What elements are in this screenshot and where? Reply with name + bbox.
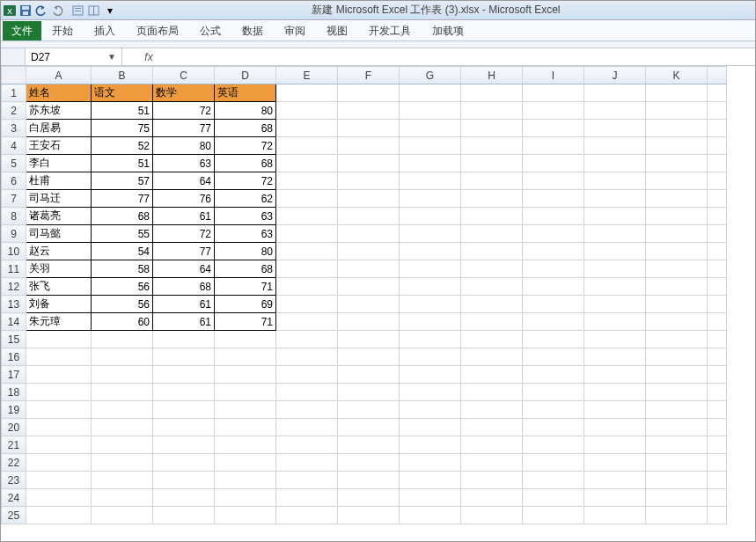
cell-K6[interactable] [646,172,708,190]
cell-G19[interactable] [400,401,461,419]
cell-C12[interactable]: 68 [153,278,215,296]
cell-C5[interactable]: 63 [153,155,215,172]
cell-B15[interactable] [92,331,153,348]
cell-E11[interactable] [276,260,338,278]
cell-F2[interactable] [338,102,400,120]
save-icon[interactable] [18,4,33,18]
cell-A1[interactable]: 姓名 [26,84,92,102]
cell-D24[interactable] [215,489,276,507]
cell-19[interactable] [708,401,727,419]
cell-I20[interactable] [523,419,584,436]
cell-E6[interactable] [276,172,338,190]
cell-13[interactable] [708,296,727,313]
cell-D4[interactable]: 72 [215,137,276,155]
cell-H21[interactable] [461,436,523,454]
cell-A16[interactable] [26,348,92,366]
cell-C21[interactable] [153,436,215,454]
col-header-A[interactable]: A [26,67,92,84]
cell-J11[interactable] [584,260,646,278]
cell-C1[interactable]: 数学 [153,84,215,102]
col-header-G[interactable]: G [400,67,461,84]
cell-I6[interactable] [523,172,584,190]
cell-A10[interactable]: 赵云 [26,243,92,260]
cell-11[interactable] [708,260,727,278]
cell-B11[interactable]: 58 [92,260,153,278]
cell-B25[interactable] [92,507,153,524]
cell-J18[interactable] [584,384,646,401]
cell-H16[interactable] [461,348,523,366]
cell-G18[interactable] [400,384,461,401]
cell-D1[interactable]: 英语 [215,84,276,102]
cell-F4[interactable] [338,137,400,155]
cell-D5[interactable]: 68 [215,155,276,172]
cell-B19[interactable] [92,401,153,419]
cell-B2[interactable]: 51 [92,102,153,120]
cell-K22[interactable] [646,454,708,472]
cell-J24[interactable] [584,489,646,507]
cell-D14[interactable]: 71 [215,313,276,331]
cell-K19[interactable] [646,401,708,419]
cell-K10[interactable] [646,243,708,260]
cell-A19[interactable] [26,401,92,419]
cell-G14[interactable] [400,313,461,331]
cell-K7[interactable] [646,190,708,208]
col-header-K[interactable]: K [646,67,708,84]
cell-J3[interactable] [584,120,646,137]
sheet-area[interactable]: ABCDEFGHIJK 1姓名语文数学英语2苏东坡5172803白居易75776… [1,66,755,541]
cell-H1[interactable] [461,84,523,102]
cell-22[interactable] [708,454,727,472]
qat-dropdown-icon[interactable]: ▾ [103,4,117,18]
cell-F9[interactable] [338,225,400,243]
cell-B24[interactable] [92,489,153,507]
ribbon-tab-0[interactable]: 开始 [41,21,84,40]
cell-8[interactable] [708,208,727,225]
cell-K11[interactable] [646,260,708,278]
cell-10[interactable] [708,243,727,260]
cell-E16[interactable] [276,348,338,366]
cell-K1[interactable] [646,84,708,102]
cell-F19[interactable] [338,401,400,419]
ribbon-tab-5[interactable]: 审阅 [274,21,316,40]
cell-J16[interactable] [584,348,646,366]
cell-C19[interactable] [153,401,215,419]
row-header-1[interactable]: 1 [2,84,26,102]
cell-E12[interactable] [276,278,338,296]
cell-G5[interactable] [400,155,461,172]
cell-K20[interactable] [646,419,708,436]
cell-15[interactable] [708,331,727,348]
cell-F22[interactable] [338,454,400,472]
name-box-dropdown-icon[interactable]: ▼ [107,52,116,62]
cell-I14[interactable] [523,313,584,331]
cell-I10[interactable] [523,243,584,260]
cell-F12[interactable] [338,278,400,296]
cell-E18[interactable] [276,384,338,401]
cell-F16[interactable] [338,348,400,366]
cell-D15[interactable] [215,331,276,348]
cell-A15[interactable] [26,331,92,348]
cell-H5[interactable] [461,155,523,172]
file-tab[interactable]: 文件 [3,21,41,40]
cell-7[interactable] [708,190,727,208]
cell-H10[interactable] [461,243,523,260]
cell-I3[interactable] [523,120,584,137]
cell-D16[interactable] [215,348,276,366]
cell-D8[interactable]: 63 [215,208,276,225]
cell-H19[interactable] [461,401,523,419]
cell-G7[interactable] [400,190,461,208]
cell-D12[interactable]: 71 [215,278,276,296]
cell-F25[interactable] [338,507,400,524]
cell-B8[interactable]: 68 [92,208,153,225]
cell-I11[interactable] [523,260,584,278]
row-header-3[interactable]: 3 [2,120,26,137]
cell-A8[interactable]: 诸葛亮 [26,208,92,225]
row-header-6[interactable]: 6 [2,172,26,190]
row-header-12[interactable]: 12 [2,278,26,296]
ribbon-tab-8[interactable]: 加载项 [422,21,474,40]
cell-I1[interactable] [523,84,584,102]
cell-B3[interactable]: 75 [92,120,153,137]
cell-21[interactable] [708,436,727,454]
cell-J19[interactable] [584,401,646,419]
cell-F11[interactable] [338,260,400,278]
cell-K21[interactable] [646,436,708,454]
cell-B10[interactable]: 54 [92,243,153,260]
